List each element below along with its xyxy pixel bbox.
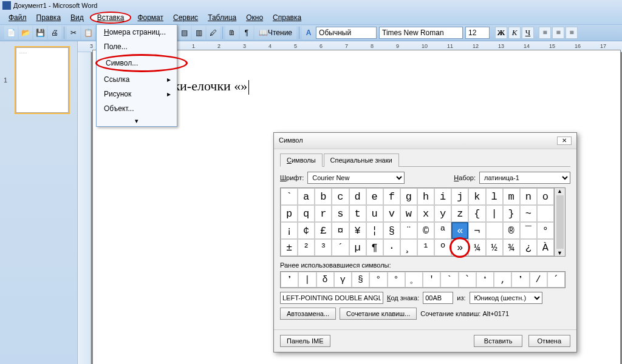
symbol-cell[interactable]: ª — [434, 222, 451, 239]
symbol-cell[interactable]: a — [298, 188, 315, 205]
symbol-cell[interactable]: ¯ — [520, 222, 537, 239]
symbol-cell[interactable]: s — [332, 205, 349, 222]
from-select[interactable]: Юникод (шестн.) — [470, 292, 542, 304]
symbol-cell[interactable]: » — [451, 239, 468, 256]
menu-file[interactable]: Файл — [9, 13, 27, 22]
recent-symbol-cell[interactable]: 。 — [405, 272, 423, 288]
symbol-cell[interactable]: j — [451, 188, 468, 205]
mi-page-numbers[interactable]: Номера страниц... — [97, 25, 177, 39]
cut-icon[interactable]: ✂ — [67, 26, 80, 39]
open-icon[interactable]: 📂 — [19, 26, 32, 39]
symbol-cell[interactable]: « — [451, 222, 468, 239]
tab-special[interactable]: Специальные знаки — [324, 153, 399, 167]
mi-picture[interactable]: Рисунок▸ — [97, 87, 177, 101]
drawing-icon[interactable]: 🖊 — [207, 26, 220, 39]
set-select[interactable]: латиница-1 — [479, 172, 570, 184]
recent-symbol-cell[interactable]: ❜ — [281, 272, 298, 288]
symbol-cell[interactable]: l — [486, 188, 503, 205]
underline-button[interactable]: Ч — [522, 27, 534, 39]
grid-scrollbar[interactable]: ▲▼ — [555, 187, 566, 257]
recent-symbol-cell[interactable]: δ — [316, 272, 334, 288]
mi-reference[interactable]: Ссылка▸ — [97, 72, 177, 87]
symbol-cell[interactable]: x — [417, 205, 434, 222]
columns-icon[interactable]: ▥ — [192, 26, 205, 39]
symbol-cell[interactable]: ¥ — [349, 222, 366, 239]
recent-symbol-cell[interactable]: ` — [440, 272, 458, 288]
menu-insert[interactable]: Вставка — [90, 12, 132, 24]
symbol-cell[interactable]: v — [383, 205, 400, 222]
symbol-cell[interactable]: f — [383, 188, 400, 205]
recent-symbol-cell[interactable]: γ — [334, 272, 352, 288]
symbol-cell[interactable]: d — [349, 188, 366, 205]
symbol-cell[interactable]: c — [332, 188, 349, 205]
symbol-cell[interactable]: ½ — [486, 239, 503, 256]
symbol-cell[interactable]: p — [281, 205, 298, 222]
recent-grid[interactable]: ❜|δγ§°°。'`՝❛‚❜/՛ — [280, 271, 566, 288]
recent-symbol-cell[interactable]: § — [352, 272, 369, 288]
autocorrect-button[interactable]: Автозамена... — [280, 308, 336, 320]
page-thumbnail[interactable]: ........ — [16, 47, 69, 113]
symbol-cell[interactable]: r — [315, 205, 332, 222]
style-combo[interactable]: Обычный — [316, 27, 377, 39]
close-icon[interactable]: ✕ — [557, 136, 572, 145]
symbol-cell[interactable]: ³ — [315, 239, 332, 256]
save-icon[interactable]: 💾 — [33, 26, 47, 39]
menu-format[interactable]: Формат — [137, 13, 163, 22]
symbol-cell[interactable]: ± — [281, 239, 298, 256]
symbol-cell[interactable]: | — [486, 205, 503, 222]
recent-symbol-cell[interactable]: ' — [423, 272, 440, 288]
recent-symbol-cell[interactable]: ՝ — [459, 272, 476, 288]
menu-edit[interactable]: Правка — [36, 13, 61, 22]
symbol-cell[interactable]: g — [400, 188, 417, 205]
symbol-cell[interactable]: · — [383, 239, 400, 256]
symbol-cell[interactable]: ¦ — [366, 222, 383, 239]
symbol-cell[interactable]: ¿ — [520, 239, 537, 256]
symbol-cell[interactable]: i — [434, 188, 451, 205]
shortcut-button[interactable]: Сочетание клавиш... — [340, 308, 417, 320]
recent-symbol-cell[interactable]: ❜ — [511, 272, 529, 288]
symbol-cell[interactable]: q — [298, 205, 315, 222]
tab-symbols[interactable]: Символы — [280, 153, 323, 167]
align-left-icon[interactable]: ≡ — [539, 27, 551, 39]
mi-field[interactable]: Поле... — [97, 39, 177, 54]
symbol-cell[interactable]: e — [366, 188, 383, 205]
menu-table[interactable]: Таблица — [208, 13, 236, 22]
symbol-cell[interactable]: ¡ — [281, 222, 298, 239]
recent-symbol-cell[interactable]: ‚ — [494, 272, 511, 288]
symbol-cell[interactable]: ² — [298, 239, 315, 256]
symbol-cell[interactable]: ¬ — [468, 222, 485, 239]
symbol-cell[interactable]: w — [400, 205, 417, 222]
symbol-cell[interactable]: m — [503, 188, 520, 205]
style-aa-icon[interactable]: A — [302, 26, 315, 39]
symbol-cell[interactable]: ¹ — [417, 239, 434, 256]
recent-symbol-cell[interactable]: ՛ — [547, 272, 565, 288]
symbol-cell[interactable]: ` — [281, 188, 298, 205]
code-input[interactable] — [423, 292, 453, 304]
symbol-cell[interactable]: ¢ — [298, 222, 315, 239]
recent-symbol-cell[interactable]: ° — [369, 272, 387, 288]
menu-view[interactable]: Вид — [70, 13, 84, 22]
new-doc-icon[interactable]: 📄 — [4, 26, 18, 39]
symbol-cell[interactable]: n — [520, 188, 537, 205]
symbol-cell[interactable]: ° — [537, 222, 554, 239]
excel-icon[interactable]: ▤ — [177, 26, 191, 39]
symbol-cell[interactable]: z — [451, 205, 468, 222]
symbol-cell[interactable]: £ — [315, 222, 332, 239]
mi-object[interactable]: Объект... — [97, 101, 177, 116]
symbol-cell[interactable]: ­ — [486, 222, 503, 239]
size-combo[interactable]: 12 — [465, 27, 490, 39]
reading-button[interactable]: 📖 Чтение — [255, 26, 296, 39]
symbol-cell[interactable]: t — [349, 205, 366, 222]
font-select[interactable]: Courier New — [307, 172, 405, 184]
ruler-vertical[interactable] — [78, 52, 91, 364]
symbol-cell[interactable]: © — [417, 222, 434, 239]
symbol-cell[interactable]: y — [434, 205, 451, 222]
dialog-titlebar[interactable]: Символ ✕ — [274, 133, 576, 149]
symbol-grid[interactable]: `abcdefghijklmnopqrstuvwxyz{|}~¡¢£¤¥¦§¨©… — [280, 187, 555, 257]
copy-icon[interactable]: 📋 — [81, 26, 95, 39]
symbol-cell[interactable] — [537, 205, 554, 222]
align-right-icon[interactable]: ≡ — [566, 27, 578, 39]
symbol-cell[interactable]: ¸ — [400, 239, 417, 256]
symbol-cell[interactable]: { — [468, 205, 485, 222]
symbol-cell[interactable]: ¶ — [366, 239, 383, 256]
